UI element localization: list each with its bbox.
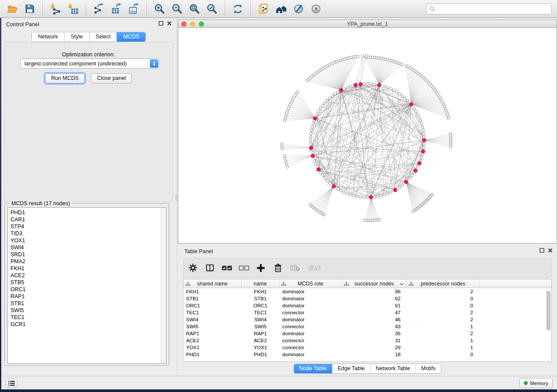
table-cell[interactable]: SWI4 <box>242 317 279 322</box>
table-cell[interactable]: 46 <box>342 317 407 322</box>
table-cell[interactable]: PHD1 <box>183 352 242 357</box>
task-history-button[interactable] <box>6 378 17 388</box>
table-cell[interactable]: 62 <box>342 296 407 301</box>
list-item[interactable]: YOX1 <box>10 237 166 244</box>
list-item[interactable]: PHD1 <box>10 209 166 216</box>
network-canvas[interactable] <box>178 28 557 243</box>
table-cell[interactable]: 29 <box>342 345 407 350</box>
table-cell[interactable]: TEC1 <box>242 310 279 315</box>
mcds-result-list[interactable]: PHD1CAR1STP4TID3YOX1SWI4SRD1PMA2FKH1ACE2… <box>8 208 166 328</box>
memory-button[interactable]: Memory <box>519 378 553 388</box>
list-item[interactable]: STB1 <box>10 300 166 307</box>
select-all-columns-icon[interactable] <box>221 262 232 274</box>
table-cell[interactable]: dominator <box>279 331 342 336</box>
table-cell[interactable]: dominator <box>279 317 342 322</box>
table-cell[interactable]: 61 <box>342 303 407 308</box>
table-cell[interactable]: FKH1 <box>242 289 279 294</box>
float-panel-icon[interactable] <box>159 21 163 26</box>
add-column-icon[interactable] <box>255 262 266 274</box>
table-cell[interactable]: dominator <box>279 352 342 357</box>
close-table-panel-icon[interactable] <box>548 248 553 253</box>
table-cell[interactable]: 2 <box>407 331 480 336</box>
table-cell[interactable]: YOX1 <box>183 345 242 350</box>
float-table-panel-icon[interactable] <box>540 248 544 253</box>
table-cell[interactable]: RAP1 <box>242 331 279 336</box>
table-row[interactable]: ACE2ACE2connector311 <box>183 337 551 344</box>
table-cell[interactable]: 47 <box>342 310 407 315</box>
table-cell[interactable]: 31 <box>342 338 407 343</box>
table-cell[interactable]: 1 <box>407 324 480 329</box>
table-cell[interactable]: SWI5 <box>242 324 279 329</box>
table-row[interactable]: RAP1RAP1dominator352 <box>183 330 551 337</box>
split-columns-icon[interactable] <box>204 262 215 274</box>
table-row[interactable]: FKH1FKH1dominator962 <box>183 288 551 295</box>
table-cell[interactable]: 2 <box>407 317 480 322</box>
column-header-shared-name[interactable]: shared name <box>183 279 242 288</box>
column-header-mcds-role[interactable]: MCDS role <box>279 279 342 288</box>
table-cell[interactable]: STB1 <box>242 296 279 301</box>
refresh-icon[interactable] <box>231 2 244 15</box>
table-cell[interactable]: FKH1 <box>183 289 242 294</box>
table-row[interactable]: STB1STB1dominator620 <box>183 295 551 302</box>
table-row[interactable]: SWI5SWI5connector431 <box>183 323 551 330</box>
table-row[interactable]: YOX1YOX1connector291 <box>183 344 551 351</box>
criterion-dropdown[interactable]: largest connected component (undirected) <box>20 58 159 69</box>
column-header-predecessor-nodes[interactable]: predecessor nodes <box>407 279 480 288</box>
column-header-successor-nodes[interactable]: successor nodes <box>342 279 407 288</box>
table-cell[interactable]: ORC1 <box>183 303 242 308</box>
table-cell[interactable]: dominator <box>279 289 342 294</box>
table-cell[interactable]: 43 <box>342 324 407 329</box>
tab-node-table[interactable]: Node Table <box>294 364 332 373</box>
hide-vizmapper-icon[interactable] <box>292 2 305 15</box>
mcds-list-scrollbar[interactable] <box>161 208 166 363</box>
close-panel-button[interactable]: Close panel <box>91 73 132 83</box>
table-cell[interactable]: 96 <box>342 289 407 294</box>
import-table-icon[interactable] <box>66 2 80 15</box>
zoom-in-icon[interactable] <box>153 2 166 15</box>
table-cell[interactable]: 18 <box>342 352 407 357</box>
table-settings-gear-icon[interactable] <box>187 262 198 274</box>
list-item[interactable]: FKH1 <box>10 265 166 272</box>
table-cell[interactable]: connector <box>279 324 342 329</box>
tab-motifs[interactable]: Motifs <box>415 364 441 373</box>
table-cell[interactable]: 35 <box>342 331 407 336</box>
table-row[interactable]: ORC1ORC1dominator610 <box>183 302 551 309</box>
delete-column-trash-icon[interactable] <box>272 262 284 274</box>
home-view-icon[interactable] <box>274 2 287 15</box>
table-cell[interactable]: YOX1 <box>242 345 279 350</box>
table-cell[interactable]: dominator <box>279 296 342 301</box>
table-cell[interactable]: 0 <box>407 296 480 301</box>
table-cell[interactable]: 2 <box>407 289 480 294</box>
list-item[interactable]: TID3 <box>10 230 166 237</box>
run-mcds-button[interactable]: Run MCDS <box>45 73 85 83</box>
search-input[interactable] <box>437 5 548 12</box>
show-graphics-eye-icon[interactable] <box>309 2 322 15</box>
list-item[interactable]: SWI4 <box>10 244 166 251</box>
import-network-icon[interactable] <box>49 2 62 15</box>
table-row[interactable]: PHD1PHD1dominator180 <box>183 351 551 358</box>
zoom-fit-icon[interactable] <box>188 2 201 15</box>
table-cell[interactable]: ORC1 <box>242 303 279 308</box>
table-cell[interactable]: 0 <box>407 352 480 357</box>
table-cell[interactable]: connector <box>279 310 342 315</box>
save-session-icon[interactable] <box>23 2 36 15</box>
table-cell[interactable]: ACE2 <box>183 338 242 343</box>
table-cell[interactable]: 0 <box>407 303 480 308</box>
list-item[interactable]: STB5 <box>10 279 166 286</box>
export-table-icon[interactable] <box>110 2 123 15</box>
table-row[interactable]: TEC1TEC1connector472 <box>183 309 551 316</box>
export-network-icon[interactable] <box>92 2 105 15</box>
table-cell[interactable]: SWI4 <box>183 317 242 322</box>
zoom-out-icon[interactable] <box>170 2 183 15</box>
list-item[interactable]: RAP1 <box>10 293 166 300</box>
list-item[interactable]: CAR1 <box>10 216 166 223</box>
list-item[interactable]: ACE2 <box>10 272 166 279</box>
open-session-icon[interactable] <box>6 2 19 15</box>
table-cell[interactable]: 1 <box>407 338 480 343</box>
table-cell[interactable]: 1 <box>407 345 480 350</box>
tab-edge-table[interactable]: Edge Table <box>332 364 370 373</box>
tab-style[interactable]: Style <box>64 32 89 41</box>
tab-network[interactable]: Network <box>32 32 64 41</box>
table-cell[interactable]: SWI5 <box>183 324 242 329</box>
zoom-selected-icon[interactable] <box>205 2 218 15</box>
